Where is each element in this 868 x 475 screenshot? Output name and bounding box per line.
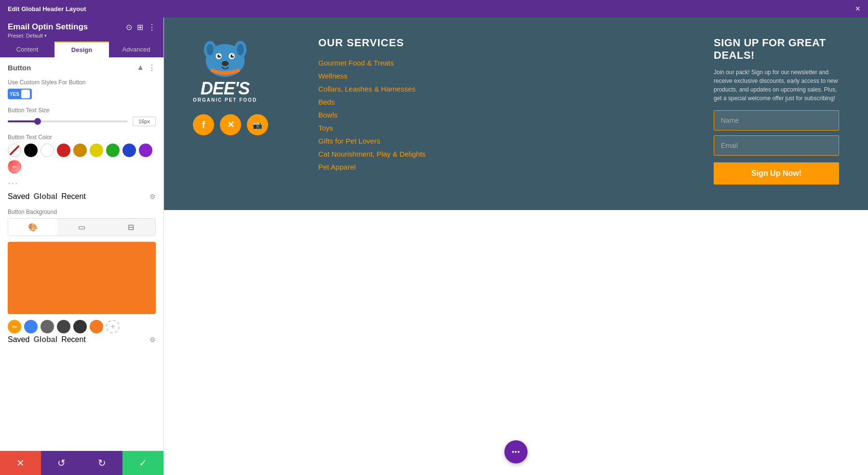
save-button[interactable]: ✓ — [122, 451, 163, 475]
services-list: Gourmet Food & Treats Wellness Collars, … — [318, 59, 685, 171]
bg-color-display[interactable] — [8, 242, 156, 314]
panel-preset[interactable]: Preset: Default ▾ — [8, 33, 156, 39]
preset-chevron: ▾ — [44, 33, 47, 38]
service-item-7[interactable]: Gifts for Pet Lovers — [318, 137, 685, 145]
instagram-icon[interactable]: 📸 — [247, 114, 268, 135]
left-panel: Email Optin Settings ⊙ ⊞ ⋮ Preset: Defau… — [0, 17, 164, 475]
service-item-8[interactable]: Cat Nourishment, Play & Delights — [318, 150, 685, 158]
cancel-button[interactable]: ✕ — [0, 451, 41, 475]
twitter-label: ✕ — [227, 119, 234, 130]
bottom-swatch-gray2[interactable] — [57, 320, 70, 333]
service-item-5[interactable]: Bowls — [318, 111, 685, 119]
bg-type-selector: 🎨 ▭ ⊟ — [8, 218, 156, 236]
newsletter-email-input[interactable] — [714, 135, 839, 156]
section-collapse-icon[interactable]: ▲ — [136, 63, 144, 72]
services-section: OUR SERVICES Gourmet Food & Treats Welln… — [318, 37, 685, 191]
white-area — [164, 210, 868, 475]
text-color-setting: Button Text Color ✏ ··· — [8, 134, 156, 201]
svg-point-9 — [221, 61, 228, 66]
swatch-orange[interactable] — [73, 144, 87, 157]
custom-styles-setting: Use Custom Styles For Button YES — [8, 79, 156, 99]
toggle-yes-label: YES — [10, 92, 19, 97]
swatch-blue[interactable] — [122, 144, 136, 157]
swatch-settings-icon[interactable]: ⚙ — [149, 193, 156, 200]
bottom-swatch-gray3[interactable] — [73, 320, 87, 333]
bg-type-gradient[interactable]: ▭ — [57, 219, 107, 236]
bg-recent-label: Recent — [61, 335, 86, 344]
more-dots-text-color[interactable]: ··· — [8, 177, 19, 188]
floating-action-button[interactable]: ••• — [504, 440, 528, 463]
slider-value-input[interactable] — [133, 117, 156, 126]
services-title: OUR SERVICES — [318, 37, 685, 49]
bg-swatch-labels: Saved Global Recent ⚙ — [8, 335, 156, 344]
bg-type-color[interactable]: 🎨 — [8, 219, 57, 236]
panel-header-top: Email Optin Settings ⊙ ⊞ ⋮ — [8, 22, 156, 32]
svg-point-4 — [237, 44, 244, 55]
bg-settings-icon[interactable]: ⚙ — [149, 336, 156, 343]
bottom-swatch-orange[interactable] — [90, 320, 103, 333]
layout-icon-button[interactable]: ⊞ — [137, 23, 143, 32]
custom-styles-label: Use Custom Styles For Button — [8, 79, 156, 86]
social-icons: f ✕ 📸 — [193, 114, 268, 135]
tab-design[interactable]: Design — [54, 41, 109, 57]
section-title-button: Button — [8, 64, 31, 72]
undo-button[interactable]: ↺ — [41, 451, 82, 475]
global-label-text: Global — [33, 192, 57, 201]
text-color-swatch-labels: Saved Global Recent ⚙ — [8, 192, 156, 201]
service-item-6[interactable]: Toys — [318, 124, 685, 132]
logo-text: Dee's — [201, 80, 250, 97]
logo-container: Dee's ORGANIC PET FOOD — [193, 37, 257, 103]
facebook-icon[interactable]: f — [193, 114, 214, 135]
twitter-icon[interactable]: ✕ — [220, 114, 241, 135]
more-icon-button[interactable]: ⋮ — [148, 23, 156, 32]
bottom-swatch-gray1[interactable] — [41, 320, 54, 333]
newsletter-name-input[interactable] — [714, 110, 839, 131]
panel-header-icons: ⊙ ⊞ ⋮ — [126, 23, 156, 32]
service-item-4[interactable]: Beds — [318, 98, 685, 106]
section-more-icon[interactable]: ⋮ — [148, 63, 156, 72]
swatch-white[interactable] — [41, 144, 54, 157]
newsletter-signup-button[interactable]: Sign Up Now! — [714, 162, 839, 185]
service-item-1[interactable]: Gourmet Food & Treats — [318, 59, 685, 67]
slider-track[interactable] — [8, 120, 128, 122]
swatch-black[interactable] — [24, 144, 38, 157]
swatch-green[interactable] — [106, 144, 120, 157]
svg-point-11 — [232, 54, 234, 56]
service-item-3[interactable]: Collars, Leashes & Harnesses — [318, 85, 685, 93]
slider-thumb — [34, 118, 41, 125]
swatch-purple[interactable] — [139, 144, 152, 157]
tab-content[interactable]: Content — [0, 41, 54, 57]
custom-styles-toggle[interactable]: YES — [8, 89, 32, 99]
text-size-setting: Button Text Size — [8, 107, 156, 126]
swatch-red[interactable] — [57, 144, 70, 157]
swatch-transparent[interactable] — [8, 144, 21, 157]
redo-button[interactable]: ↻ — [82, 451, 123, 475]
logo-section: Dee's ORGANIC PET FOOD f ✕ 📸 — [193, 37, 289, 191]
bottom-color-row: ✏ + — [8, 320, 156, 333]
button-section-header: Button ▲ ⋮ — [8, 63, 156, 72]
bg-setting: Button Background 🎨 ▭ ⊟ ✏ + Sa — [8, 209, 156, 344]
newsletter-description: Join our pack! Sign up for our newslette… — [714, 68, 839, 103]
service-item-9[interactable]: Pet Apparel — [318, 163, 685, 171]
main-layout: Email Optin Settings ⊙ ⊞ ⋮ Preset: Defau… — [0, 17, 868, 475]
bottom-swatch-blue[interactable] — [24, 320, 38, 333]
logo-svg — [199, 37, 252, 80]
target-icon-button[interactable]: ⊙ — [126, 23, 132, 32]
panel-header: Email Optin Settings ⊙ ⊞ ⋮ Preset: Defau… — [0, 17, 163, 41]
panel-tabs: Content Design Advanced — [0, 41, 163, 57]
swatch-pencil[interactable]: ✏ — [8, 160, 21, 173]
floating-btn-label: ••• — [512, 448, 520, 456]
pencil-color-icon[interactable]: ✏ — [8, 320, 21, 333]
tab-advanced[interactable]: Advanced — [109, 41, 163, 57]
newsletter-section: SIGN UP FOR GREAT DEALS! Join our pack! … — [714, 37, 839, 191]
newsletter-title: SIGN UP FOR GREAT DEALS! — [714, 37, 839, 62]
facebook-label: f — [202, 119, 205, 131]
footer-preview: Dee's ORGANIC PET FOOD f ✕ 📸 — [164, 17, 868, 210]
top-bar-close-button[interactable]: × — [855, 4, 860, 13]
service-item-2[interactable]: Wellness — [318, 72, 685, 80]
swatch-yellow[interactable] — [90, 144, 103, 157]
add-swatch-button[interactable]: + — [106, 320, 120, 333]
bg-type-pattern[interactable]: ⊟ — [106, 219, 155, 236]
preset-label: Preset: Default — [8, 33, 43, 39]
recent-label-text: Recent — [61, 192, 86, 201]
